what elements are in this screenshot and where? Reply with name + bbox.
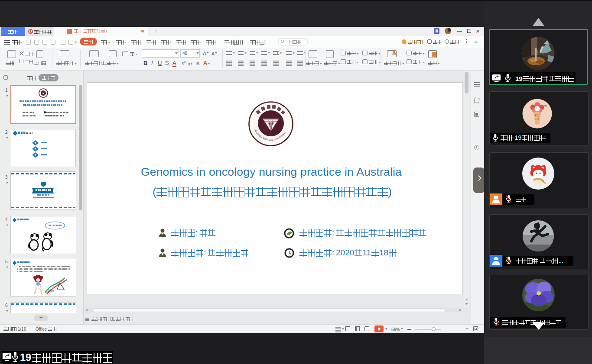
svg-text:DNA: DNA: [48, 289, 54, 292]
